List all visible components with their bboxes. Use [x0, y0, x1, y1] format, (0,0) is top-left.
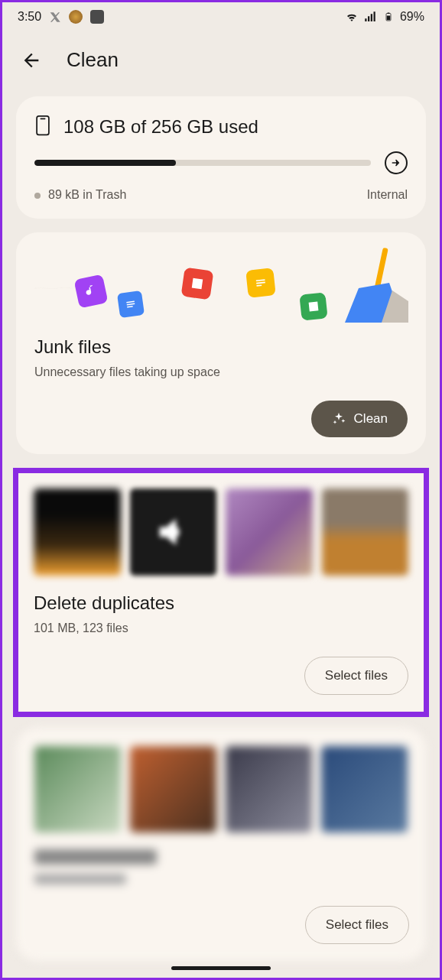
duplicates-subtitle: 101 MB, 123 files	[34, 621, 408, 635]
app-bar: Clean	[2, 30, 440, 90]
storage-progress-bar	[34, 160, 371, 166]
signal-icon	[363, 10, 377, 24]
battery-icon	[382, 10, 395, 24]
wifi-icon	[345, 10, 359, 24]
clean-button[interactable]: Clean	[311, 401, 408, 437]
music-file-icon	[73, 274, 108, 308]
trash-info: 89 kB in Trash	[34, 188, 126, 202]
image-file-icon	[181, 268, 214, 300]
thumbnail[interactable]	[34, 488, 121, 576]
circle-app-icon	[69, 10, 83, 24]
duplicates-card: Delete duplicates 101 MB, 123 files Sele…	[13, 468, 429, 717]
select-files-label: Select files	[325, 668, 388, 683]
photo-file-icon	[299, 292, 327, 320]
duplicate-thumbnails[interactable]	[34, 488, 408, 576]
square-app-icon	[90, 10, 104, 24]
memes-subtitle-placeholder	[34, 874, 126, 884]
arrow-back-icon	[21, 50, 42, 71]
storage-details-button[interactable]	[385, 151, 408, 174]
select-files-button[interactable]: Select files	[304, 657, 408, 695]
broom-icon	[336, 246, 412, 330]
svg-rect-1	[387, 13, 389, 15]
select-files-label-2: Select files	[326, 917, 388, 933]
phone-icon	[34, 115, 51, 139]
page-title: Clean	[67, 48, 119, 72]
gesture-handle[interactable]	[171, 966, 271, 970]
junk-illustration	[34, 246, 408, 330]
x-app-icon	[49, 11, 61, 23]
thumbnail	[226, 746, 312, 832]
doc-file-icon	[117, 290, 145, 318]
arrow-right-icon	[390, 157, 402, 169]
status-bar: 3:50 69%	[2, 2, 440, 30]
thumbnail	[130, 746, 216, 832]
storage-usage-text: 108 GB of 256 GB used	[63, 116, 258, 138]
back-button[interactable]	[21, 50, 42, 71]
svg-rect-4	[41, 118, 46, 119]
junk-title: Junk files	[34, 336, 408, 358]
storage-progress-fill	[34, 160, 176, 166]
junk-files-card: Junk files Unnecessary files taking up s…	[16, 232, 426, 454]
duplicates-title: Delete duplicates	[34, 592, 408, 614]
sparkle-icon	[331, 411, 346, 427]
status-time: 3:50	[18, 10, 41, 24]
select-files-button-2[interactable]: Select files	[305, 906, 409, 944]
storage-card: 108 GB of 256 GB used 89 kB in Trash Int…	[16, 96, 426, 219]
thumbnail	[321, 746, 408, 832]
battery-percent: 69%	[400, 10, 424, 24]
storage-location: Internal	[367, 188, 408, 202]
clean-button-label: Clean	[354, 411, 388, 427]
dot-icon	[34, 193, 41, 199]
junk-subtitle: Unnecessary files taking up space	[34, 365, 408, 379]
thumbnail[interactable]	[226, 488, 313, 576]
speaker-icon	[153, 512, 193, 552]
thumbnail	[34, 746, 121, 832]
memes-title-placeholder	[34, 849, 157, 865]
thumbnail[interactable]	[130, 488, 217, 576]
dotted-line-icon	[34, 287, 73, 289]
status-right: 69%	[345, 10, 424, 24]
status-left: 3:50	[18, 10, 104, 24]
svg-rect-2	[387, 16, 391, 21]
thumbnail[interactable]	[322, 488, 409, 576]
meme-thumbnails	[34, 746, 408, 832]
note-file-icon	[245, 268, 276, 298]
